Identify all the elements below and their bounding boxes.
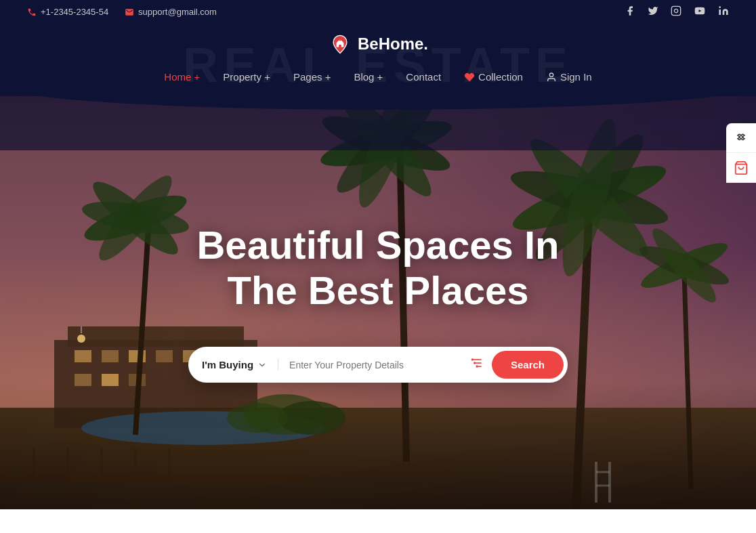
logo[interactable]: BeHome. <box>328 32 428 56</box>
cart-widget-icon[interactable] <box>726 153 756 183</box>
svg-point-66 <box>742 134 744 136</box>
filter-widget-icon[interactable] <box>726 123 756 153</box>
twitter-icon[interactable] <box>648 5 658 18</box>
search-bar: I'm Buying Search <box>188 347 568 383</box>
svg-point-62 <box>471 359 474 361</box>
main-nav: Home + Property + Pages + Blog + Contact… <box>154 60 601 96</box>
hero-content: Beautiful Spaces In The Best Places I'm … <box>0 83 756 509</box>
sliders-icon <box>470 356 484 370</box>
facebook-icon[interactable] <box>625 5 635 18</box>
nav-contact[interactable]: Contact <box>396 67 450 87</box>
shopping-cart-icon <box>734 161 749 175</box>
nav-signin[interactable]: Sign In <box>537 67 602 87</box>
nav-home[interactable]: Home + <box>154 67 209 87</box>
instagram-icon[interactable] <box>671 5 681 18</box>
social-links <box>625 5 729 18</box>
header: REAL ESTATE BeHome. Home + Property + Pa… <box>0 24 756 96</box>
svg-point-68 <box>742 137 744 140</box>
svg-point-5 <box>549 73 553 77</box>
svg-point-3 <box>719 6 721 8</box>
linkedin-icon[interactable] <box>718 5 729 18</box>
user-icon <box>546 72 557 83</box>
hero-title: Beautiful Spaces In The Best Places <box>196 223 559 313</box>
heart-icon <box>464 72 475 83</box>
logo-text: BeHome. <box>358 35 428 54</box>
sidebar-widgets <box>726 123 756 183</box>
svg-point-67 <box>738 137 740 140</box>
grid-filter-icon <box>734 131 748 145</box>
property-search-input[interactable] <box>278 354 470 376</box>
svg-point-4 <box>339 39 341 41</box>
email-info: support@gmail.com <box>125 7 217 17</box>
svg-point-64 <box>476 366 478 368</box>
svg-point-65 <box>738 134 740 136</box>
topbar-contact: +1-2345-2345-54 support@gmail.com <box>27 7 217 17</box>
search-button[interactable]: Search <box>492 351 564 379</box>
filter-icon[interactable] <box>470 356 484 373</box>
svg-point-63 <box>474 362 476 364</box>
hero-section: Beautiful Spaces In The Best Places I'm … <box>0 83 756 509</box>
nav-collection[interactable]: Collection <box>455 67 532 87</box>
nav-property[interactable]: Property + <box>213 67 280 87</box>
chevron-down-icon <box>257 360 267 370</box>
youtube-icon[interactable] <box>694 5 706 18</box>
topbar: +1-2345-2345-54 support@gmail.com <box>0 0 756 24</box>
search-type-dropdown[interactable]: I'm Buying <box>202 359 278 370</box>
nav-blog[interactable]: Blog + <box>344 67 392 87</box>
nav-pages[interactable]: Pages + <box>284 67 340 87</box>
svg-rect-0 <box>671 6 680 15</box>
phone-info: +1-2345-2345-54 <box>27 7 108 17</box>
